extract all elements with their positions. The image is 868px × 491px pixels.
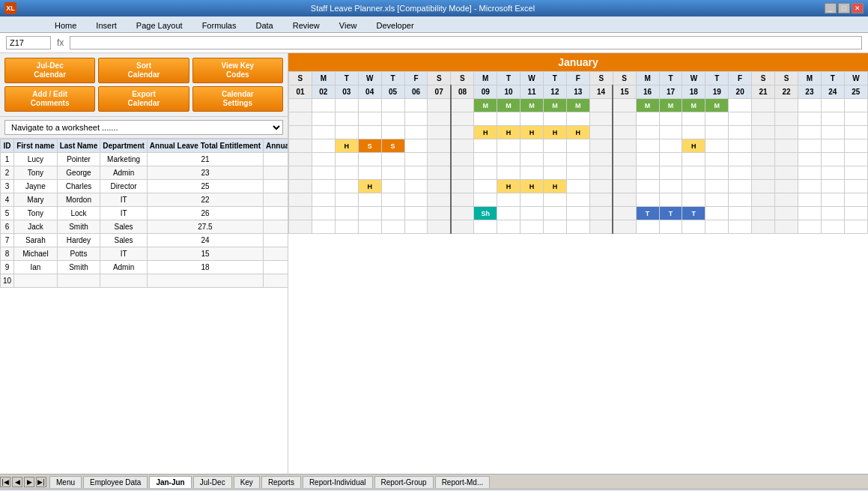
cal-cell-2-13[interactable] (589, 126, 613, 139)
cal-cell-1-17[interactable] (682, 112, 705, 126)
cell-department[interactable]: Admin (100, 261, 148, 274)
cal-cell-1-24[interactable] (844, 112, 867, 126)
cal-cell-9-11[interactable] (543, 220, 566, 234)
cal-cell-3-11[interactable] (543, 139, 566, 153)
cell-id[interactable]: 2 (1, 166, 14, 180)
cell-firstName[interactable]: Sarah (14, 234, 58, 247)
cal-cell-5-23[interactable] (821, 166, 844, 180)
cal-cell-5-17[interactable] (682, 166, 705, 180)
cal-cell-4-24[interactable] (844, 153, 867, 166)
cal-cell-1-6[interactable] (428, 112, 451, 126)
tab-page-layout[interactable]: Page Layout (127, 18, 192, 32)
cal-cell-2-19[interactable] (729, 126, 752, 139)
cal-cell-1-18[interactable] (705, 112, 729, 126)
cell-total[interactable]: 18 (147, 261, 263, 274)
cal-cell-3-6[interactable] (428, 139, 451, 153)
cell-firstName[interactable]: Tony (14, 166, 58, 180)
view-key-codes-button[interactable]: View KeyCodes (192, 58, 283, 83)
close-button[interactable]: ✕ (852, 3, 864, 13)
cal-cell-8-11[interactable] (543, 207, 566, 220)
cal-cell-8-10[interactable] (521, 207, 544, 220)
cal-cell-7-19[interactable] (729, 193, 752, 207)
cal-cell-4-2[interactable] (335, 153, 358, 166)
cal-cell-8-3[interactable] (358, 207, 381, 220)
cal-cell-2-11[interactable]: H (543, 126, 566, 139)
cal-cell-7-16[interactable] (659, 193, 682, 207)
cell-lastName[interactable]: Mordon (57, 193, 100, 207)
cell-remaining[interactable]: 26 (264, 207, 288, 220)
cal-cell-3-0[interactable] (289, 139, 312, 153)
cal-cell-0-4[interactable] (381, 99, 404, 112)
sheet-tab-report-md...[interactable]: Report-Md... (435, 476, 491, 488)
cal-cell-9-2[interactable] (335, 220, 358, 234)
cal-cell-2-5[interactable] (404, 126, 428, 139)
cal-cell-3-14[interactable] (613, 139, 636, 153)
cal-cell-4-1[interactable] (312, 153, 335, 166)
cal-cell-2-22[interactable] (798, 126, 821, 139)
cal-cell-9-6[interactable] (428, 220, 451, 234)
cal-cell-3-2[interactable]: H (335, 139, 358, 153)
cal-cell-0-6[interactable] (428, 99, 451, 112)
cal-cell-4-10[interactable] (521, 153, 544, 166)
cal-cell-1-11[interactable] (543, 112, 566, 126)
cal-cell-4-11[interactable] (543, 153, 566, 166)
cal-cell-0-15[interactable]: M (636, 99, 659, 112)
cal-cell-7-22[interactable] (798, 193, 821, 207)
cal-cell-8-17[interactable]: T (682, 207, 705, 220)
cell-department[interactable]: IT (100, 207, 148, 220)
cal-cell-6-6[interactable] (428, 180, 451, 193)
cal-cell-9-7[interactable] (451, 220, 474, 234)
cal-cell-4-19[interactable] (729, 153, 752, 166)
cell-firstName[interactable]: Michael (14, 247, 58, 261)
cal-cell-0-21[interactable] (775, 99, 798, 112)
cell-id[interactable]: 10 (1, 274, 14, 288)
cal-cell-6-20[interactable] (752, 180, 775, 193)
formula-input[interactable] (70, 36, 862, 49)
cal-cell-0-8[interactable]: M (474, 99, 497, 112)
cell-department[interactable] (100, 274, 148, 288)
cell-lastName[interactable] (57, 274, 100, 288)
cell-lastName[interactable]: Smith (57, 261, 100, 274)
cal-cell-2-8[interactable]: H (474, 126, 497, 139)
cal-cell-4-5[interactable] (404, 153, 428, 166)
cell-total[interactable]: 26 (147, 207, 263, 220)
sheet-tab-menu[interactable]: Menu (49, 476, 82, 488)
cell-lastName[interactable]: Hardey (57, 234, 100, 247)
cal-cell-1-9[interactable] (497, 112, 521, 126)
tab-developer[interactable]: Developer (366, 18, 423, 32)
cal-cell-4-4[interactable] (381, 153, 404, 166)
cal-cell-7-14[interactable] (613, 193, 636, 207)
cal-cell-3-17[interactable]: H (682, 139, 705, 153)
cal-cell-5-8[interactable] (474, 166, 497, 180)
cal-cell-1-15[interactable] (636, 112, 659, 126)
cal-cell-4-16[interactable] (659, 153, 682, 166)
cal-cell-5-22[interactable] (798, 166, 821, 180)
cal-cell-8-2[interactable] (335, 207, 358, 220)
cal-cell-6-14[interactable] (613, 180, 636, 193)
cal-cell-1-2[interactable] (335, 112, 358, 126)
cell-id[interactable]: 4 (1, 193, 14, 207)
cal-cell-4-14[interactable] (613, 153, 636, 166)
cal-cell-5-18[interactable] (705, 166, 729, 180)
cal-cell-5-16[interactable] (659, 166, 682, 180)
cal-cell-2-0[interactable] (289, 126, 312, 139)
cal-cell-6-4[interactable] (381, 180, 404, 193)
cal-cell-9-0[interactable] (289, 220, 312, 234)
cal-cell-0-19[interactable] (729, 99, 752, 112)
cal-cell-5-24[interactable] (844, 166, 867, 180)
export-calendar-button[interactable]: ExportCalendar (98, 86, 189, 112)
cal-cell-4-6[interactable] (428, 153, 451, 166)
cal-cell-1-4[interactable] (381, 112, 404, 126)
cal-cell-5-13[interactable] (589, 166, 613, 180)
tab-review[interactable]: Review (283, 18, 330, 32)
cal-cell-6-3[interactable]: H (358, 180, 381, 193)
cell-lastName[interactable]: Charles (57, 180, 100, 193)
tab-last-button[interactable]: ▶| (36, 477, 46, 487)
cal-cell-7-8[interactable] (474, 193, 497, 207)
cal-cell-9-3[interactable] (358, 220, 381, 234)
cal-cell-3-23[interactable] (821, 139, 844, 153)
cal-cell-8-4[interactable] (381, 207, 404, 220)
cal-cell-1-14[interactable] (613, 112, 636, 126)
cal-cell-6-5[interactable] (404, 180, 428, 193)
cal-cell-5-6[interactable] (428, 166, 451, 180)
